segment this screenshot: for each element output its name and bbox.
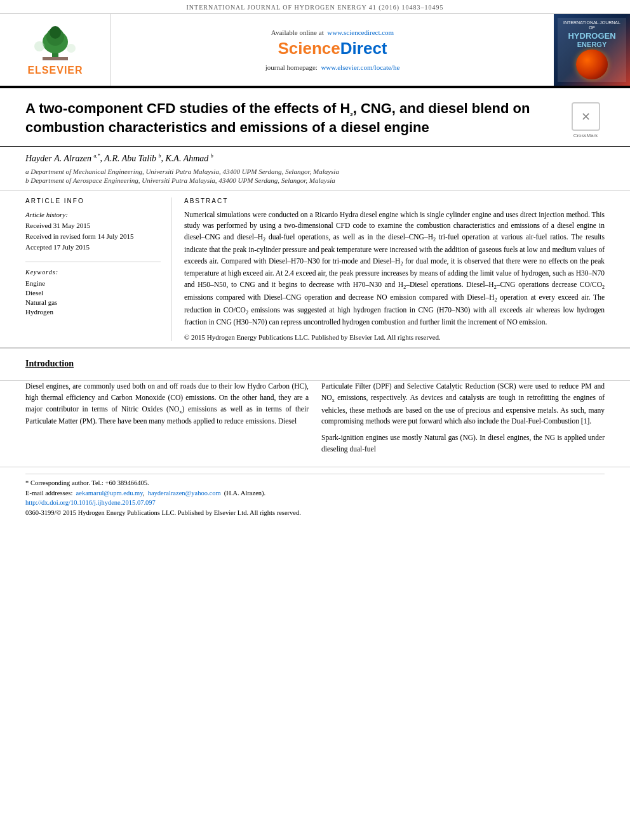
keywords-section: Keywords: Engine Diesel Natural gas Hydr… [25,262,161,316]
email1-link[interactable]: aekamarul@upm.edu.my [76,490,143,497]
elsevier-wordmark: ELSEVIER [27,65,83,76]
received-date: Received 31 May 2015 [25,221,161,230]
abstract-copyright: © 2015 Hydrogen Energy Publications LLC.… [184,333,605,341]
paper-title: A two-component CFD studies of the effec… [25,100,556,137]
doi-footnote: http://dx.doi.org/10.1016/j.ijhydene.201… [25,498,605,508]
abstract-heading: ABSTRACT [184,197,605,204]
doi-link[interactable]: http://dx.doi.org/10.1016/j.ijhydene.201… [25,499,156,506]
available-online-text: Available online at www.sciencedirect.co… [271,29,394,36]
abstract-col: ABSTRACT Numerical simulations were cond… [184,197,605,342]
email-footnote: E-mail addresses: aekamarul@upm.edu.my, … [25,488,605,498]
introduction-heading: Introduction [25,359,605,369]
affiliation-a: a Department of Mechanical Engineering, … [25,168,605,175]
crossmark-label: CrossMark [573,133,598,138]
email2-link[interactable]: hayderalrazen@yahoo.com [148,490,221,497]
body-col-right: Particulate Filter (DPF) and Selective C… [321,381,605,460]
sciencedirect-url[interactable]: www.sciencedirect.com [327,29,394,36]
body-col-left: Diesel engines, are commonly used both o… [25,381,309,460]
journal-homepage: journal homepage: www.elsevier.com/locat… [265,63,400,71]
elsevier-logo: ELSEVIER [0,14,111,86]
elsevier-tree-graphic [23,24,87,62]
article-history-title: Article history: [25,211,161,218]
corresponding-footnote: * Corresponding author. Tel.: +60 389466… [25,478,605,488]
accepted-date: Accepted 17 July 2015 [25,243,161,252]
abstract-text: Numerical simulations were conducted on … [184,210,605,329]
svg-point-6 [67,44,76,53]
article-info-heading: ARTICLE INFO [25,197,161,204]
keyword-diesel: Diesel [25,289,161,297]
paper-title-section: A two-component CFD studies of the effec… [0,88,630,147]
authors-section: Hayder A. Alrazen a,*, A.R. Abu Talib b,… [0,147,630,191]
received-revised-date: Received in revised form 14 July 2015 [25,232,161,241]
svg-point-3 [50,26,61,39]
affiliation-b: b Department of Aerospace Engineering, U… [25,177,605,184]
article-info-abstract: ARTICLE INFO Article history: Received 3… [0,191,630,349]
top-banner: INTERNATIONAL JOURNAL OF HYDROGEN ENERGY… [0,0,630,14]
header: ELSEVIER Available online at www.science… [0,14,630,87]
article-info-col: ARTICLE INFO Article history: Received 3… [25,197,171,342]
introduction-section: Introduction [0,349,630,381]
keyword-engine: Engine [25,279,161,287]
issn-footnote: 0360-3199/© 2015 Hydrogen Energy Publica… [25,508,605,518]
body-columns: Diesel engines, are commonly used both o… [0,381,630,467]
keyword-hydrogen: Hydrogen [25,308,161,316]
header-center: Available online at www.sciencedirect.co… [111,14,554,86]
keywords-title: Keywords: [25,269,161,276]
journal-cover-image [576,50,608,79]
footnote-section: * Corresponding author. Tel.: +60 389466… [0,467,630,524]
authors-line: Hayder A. Alrazen a,*, A.R. Abu Talib b,… [25,153,605,164]
crossmark-icon[interactable] [572,102,600,131]
footnote-rule [25,474,605,474]
keyword-naturalgas: Natural gas [25,298,161,306]
journal-cover: International Journal of HYDROGEN ENERGY [554,14,630,86]
journal-homepage-url[interactable]: www.elsevier.com/locate/he [321,63,399,71]
svg-rect-4 [43,57,68,60]
intro-para2: Particulate Filter (DPF) and Selective C… [321,381,605,455]
intro-para1: Diesel engines, are commonly used both o… [25,381,309,427]
crossmark-container: CrossMark [566,100,605,138]
sciencedirect-logo: ScienceDirect [278,39,387,58]
paper-title-text: A two-component CFD studies of the effec… [25,100,556,137]
svg-point-5 [34,41,44,51]
